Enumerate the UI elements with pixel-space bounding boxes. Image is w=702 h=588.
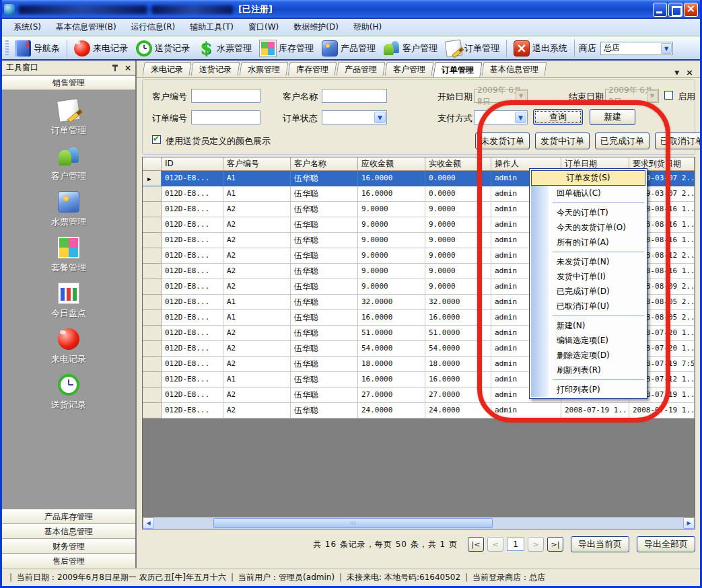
tab[interactable]: 基本信息管理: [482, 62, 547, 76]
menu-item[interactable]: 数据维护(D): [286, 19, 346, 36]
header-receivable[interactable]: 应收金额: [358, 157, 425, 171]
sidebar-item[interactable]: 水票管理: [2, 191, 135, 228]
sidebar-group[interactable]: 售后管理: [2, 554, 135, 568]
context-menu-item[interactable]: 所有的订单(A): [531, 235, 645, 250]
context-menu-item[interactable]: [553, 252, 644, 252]
row-selector-cell[interactable]: [143, 186, 162, 202]
horizontal-scrollbar[interactable]: ◀ ▶: [143, 517, 695, 529]
customer-no-input[interactable]: [191, 89, 260, 103]
enable-checkbox[interactable]: [664, 91, 673, 100]
sidebar-group[interactable]: 财务管理: [2, 539, 135, 554]
toolbar-button[interactable]: [67, 40, 67, 57]
scrollbar-thumb[interactable]: [213, 518, 493, 528]
row-selector-cell[interactable]: [143, 341, 162, 357]
menu-item[interactable]: 辅助工具(T): [182, 19, 241, 36]
toolbar-button[interactable]: [506, 40, 507, 57]
order-no-input[interactable]: [191, 110, 260, 124]
color-display-checkbox[interactable]: [152, 135, 161, 144]
tab-list-dropdown-icon[interactable]: ▼: [674, 69, 679, 76]
header-customer-no[interactable]: 客户编号: [223, 157, 291, 171]
chevron-down-icon[interactable]: ▼: [515, 112, 526, 123]
context-menu-item[interactable]: 未发货订单(N): [531, 254, 645, 269]
row-selector-cell[interactable]: [143, 233, 162, 248]
next-page-button[interactable]: >: [528, 537, 544, 552]
row-selector-cell[interactable]: [143, 202, 162, 217]
toolbar-button[interactable]: 来电记录: [70, 38, 132, 59]
chevron-down-icon[interactable]: ▼: [516, 90, 526, 102]
row-selector-cell[interactable]: [143, 264, 162, 279]
header-received[interactable]: 实收金额: [425, 157, 491, 171]
scroll-left-icon[interactable]: ◀: [143, 517, 154, 529]
menu-item[interactable]: 系统(S): [6, 19, 48, 36]
row-selector-cell[interactable]: [143, 279, 162, 295]
tab[interactable]: 库存管理: [288, 62, 337, 76]
context-menu-item[interactable]: 发货中订单(I): [531, 269, 645, 284]
chevron-down-icon[interactable]: ▼: [661, 43, 672, 54]
menu-item[interactable]: 基本信息管理(B): [48, 19, 124, 36]
context-menu-item[interactable]: 新建(N): [531, 318, 645, 333]
export-current-page-button[interactable]: 导出当前页: [571, 536, 629, 552]
row-selector-cell[interactable]: [143, 217, 162, 233]
chevron-down-icon[interactable]: ▼: [647, 90, 658, 102]
header-customer-name[interactable]: 客户名称: [291, 157, 358, 171]
close-icon[interactable]: ×: [125, 64, 131, 72]
tab[interactable]: 水票管理: [240, 62, 289, 76]
context-menu-item[interactable]: 今天的发货订单(O): [531, 220, 645, 235]
row-selector-cell[interactable]: [143, 171, 162, 186]
tab[interactable]: 产品管理: [337, 62, 386, 76]
order-status-filter-button[interactable]: 已取消订单: [655, 133, 702, 149]
pin-icon[interactable]: [111, 64, 119, 72]
prev-page-button[interactable]: <: [487, 537, 503, 552]
tab[interactable]: 来电记录: [143, 62, 192, 76]
toolbar-button[interactable]: 产品管理: [318, 38, 380, 59]
context-menu-item[interactable]: 编辑选定项(E): [531, 333, 645, 348]
sidebar-item[interactable]: 送货记录: [2, 374, 135, 411]
sidebar-item[interactable]: 今日盘点: [2, 283, 135, 320]
table-row[interactable]: 012D-E8... A2 伍华聪 24.0000 24.0000 admin …: [143, 403, 695, 418]
order-status-filter-button[interactable]: 未发货订单: [475, 133, 530, 149]
context-menu-item[interactable]: 打印列表(P): [531, 382, 645, 397]
tab[interactable]: 客户管理: [385, 62, 434, 76]
row-selector-cell[interactable]: [143, 372, 162, 388]
start-date-picker[interactable]: 2009年 6月 8日 ▼: [474, 89, 528, 103]
context-menu-item[interactable]: 订单发货(S): [531, 170, 645, 186]
menu-item[interactable]: 运行信息(R): [124, 19, 183, 36]
tab[interactable]: 送货记录: [191, 62, 240, 76]
menu-item[interactable]: 帮助(H): [346, 19, 389, 36]
sidebar-item[interactable]: 订单管理: [2, 100, 135, 137]
toolbar-button[interactable]: 订单管理: [442, 38, 503, 59]
order-status-select[interactable]: ▼: [322, 110, 387, 124]
minimize-button[interactable]: [653, 3, 667, 17]
context-menu-item[interactable]: [553, 316, 644, 316]
context-menu-item[interactable]: 回单确认(C): [531, 186, 645, 200]
end-date-picker[interactable]: 2009年 6月 8日 ▼: [605, 89, 659, 103]
pay-method-select[interactable]: ▼: [474, 110, 528, 124]
tab-close-icon[interactable]: ×: [686, 67, 693, 77]
tab[interactable]: 订单管理: [433, 62, 482, 77]
context-menu-item[interactable]: 今天的订单(T): [531, 205, 645, 220]
close-button[interactable]: [684, 3, 698, 17]
row-selector-cell[interactable]: [143, 403, 162, 418]
toolbar-button[interactable]: 退出系统: [510, 38, 571, 59]
context-menu-item[interactable]: [553, 203, 644, 203]
chevron-down-icon[interactable]: ▼: [374, 112, 386, 123]
toolbar-button[interactable]: 客户管理: [380, 38, 442, 59]
context-menu-item[interactable]: 刷新列表(R): [531, 363, 645, 377]
context-menu-item[interactable]: 删除选定项(D): [531, 348, 645, 363]
toolbar-button[interactable]: 库存管理: [256, 38, 318, 59]
customer-name-input[interactable]: [322, 89, 387, 103]
row-selector-cell[interactable]: [143, 295, 162, 310]
toolbar-button[interactable]: [574, 40, 575, 57]
row-selector-cell[interactable]: [143, 248, 162, 264]
new-button[interactable]: 新建: [590, 109, 635, 125]
shop-combobox[interactable]: 总店 ▼: [600, 42, 673, 55]
first-page-button[interactable]: |<: [468, 537, 484, 552]
context-menu-item[interactable]: [553, 379, 644, 380]
row-selector-cell[interactable]: [143, 310, 162, 326]
sidebar-item[interactable]: 套餐管理: [2, 237, 135, 274]
row-selector-cell[interactable]: [143, 326, 162, 341]
export-all-pages-button[interactable]: 导出全部页: [637, 536, 695, 552]
row-selector-cell[interactable]: [143, 357, 162, 372]
toolbar-button[interactable]: 送货记录: [132, 38, 194, 59]
menu-item[interactable]: 窗口(W): [241, 19, 286, 36]
